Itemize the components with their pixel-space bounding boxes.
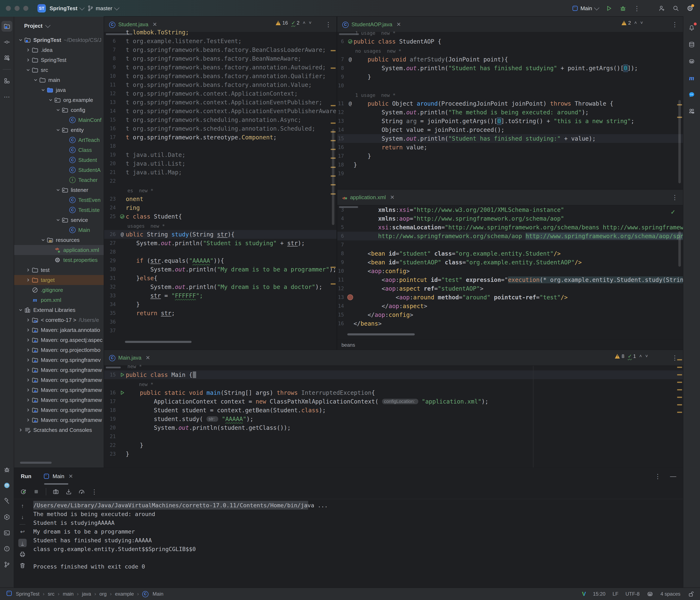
stop-button[interactable]: [33, 488, 40, 495]
error-stripe-mark[interactable]: [331, 267, 335, 268]
editor-pane-applicationxml[interactable]: </> application.xml ✕ ⋮ 3 xmlns:xsi="htt…: [337, 190, 683, 350]
structure-icon[interactable]: [1, 75, 12, 86]
error-stripe-mark[interactable]: [677, 397, 682, 398]
inspections-widget[interactable]: 2˄ ˅: [622, 20, 643, 26]
ai-assistant-status-icon[interactable]: [647, 591, 653, 597]
tree-item-springtest[interactable]: SpringTest~/Desktop/CS/J: [14, 35, 104, 45]
tree-item-externallibraries[interactable]: External Libraries: [14, 305, 104, 315]
breadcrumb-item[interactable]: main: [63, 591, 74, 597]
tree-item-.gitignore[interactable]: .gitignore: [14, 285, 104, 295]
usages-hint[interactable]: 1 usage new *: [337, 90, 683, 99]
close-button[interactable]: [6, 6, 11, 11]
usages-hint[interactable]: 1 usage new *: [337, 28, 683, 37]
bean-gutter-icon[interactable]: [347, 39, 353, 44]
breadcrumb-item[interactable]: example: [115, 591, 134, 597]
more-run-options-button[interactable]: ⋮: [634, 5, 640, 12]
close-icon[interactable]: ✕: [390, 194, 395, 201]
chevron-right-icon[interactable]: [25, 328, 31, 332]
prev-problem-button[interactable]: ˄: [639, 354, 642, 359]
console-output[interactable]: /Users/eve/Library/Java/JavaVirtualMachi…: [33, 501, 679, 571]
usages-hint[interactable]: new *: [104, 379, 683, 388]
tree-item-scratchesandconsoles[interactable]: Scratches and Consoles: [14, 425, 104, 435]
tree-item-teacher[interactable]: ITeacher: [14, 175, 104, 185]
lock-icon[interactable]: [688, 591, 694, 597]
tree-item-config[interactable]: config: [14, 105, 104, 115]
search-everywhere-button[interactable]: [673, 5, 679, 12]
tree-item-mavenorg.springframew[interactable]: Maven: org.springframew: [14, 365, 104, 375]
error-stripe-mark[interactable]: [677, 359, 682, 360]
at-gutter-icon[interactable]: @: [119, 232, 126, 237]
run-panel-options-button[interactable]: ⋮: [655, 473, 661, 480]
maven-icon[interactable]: m: [686, 72, 697, 83]
chevron-down-icon[interactable]: [32, 78, 39, 82]
tree-item-java[interactable]: java: [14, 85, 104, 95]
debug-button[interactable]: [620, 5, 626, 12]
at-gutter-icon[interactable]: @: [347, 56, 353, 62]
editor-vscrollbar[interactable]: [332, 129, 334, 225]
run-tab-main[interactable]: Main ✕: [43, 473, 73, 480]
tree-item-testliste[interactable]: CTestListe: [14, 205, 104, 215]
window-controls[interactable]: [6, 6, 28, 11]
project-hscrollbar[interactable]: [20, 462, 52, 464]
error-stripe-mark[interactable]: [331, 50, 335, 51]
tree-item-mavenorg.springframev[interactable]: Maven: org.springframev: [14, 355, 104, 365]
tree-item-src[interactable]: src: [14, 65, 104, 75]
chevron-down-icon[interactable]: [55, 108, 61, 112]
breadcrumb-item[interactable]: src: [48, 591, 54, 597]
tree-item-test[interactable]: test: [14, 265, 104, 275]
notifications-icon[interactable]: [686, 23, 697, 33]
tree-item-mavenorg.projectlombo[interactable]: Maven: org.projectlombo: [14, 345, 104, 355]
chevron-right-icon[interactable]: [25, 398, 31, 402]
terminal-icon[interactable]: [1, 528, 12, 538]
tree-item-main[interactable]: main: [14, 75, 104, 85]
line-separator[interactable]: LF: [612, 591, 618, 597]
file-encoding[interactable]: UTF-8: [625, 591, 640, 597]
prev-problem-button[interactable]: ˄: [303, 20, 305, 26]
tree-item-student[interactable]: CStudent: [14, 155, 104, 165]
chevron-right-icon[interactable]: [25, 48, 31, 52]
tree-item-corretto-17[interactable]: < corretto-17 >/Users/e: [14, 315, 104, 325]
soft-wrap-button[interactable]: ↩: [18, 528, 27, 536]
tree-item-mavenorg.springframew[interactable]: Maven: org.springframew: [14, 395, 104, 405]
xml-breadcrumb[interactable]: beans: [337, 340, 683, 350]
tab-student-java[interactable]: C Student.java ✕: [109, 21, 157, 28]
tree-item-mavenorg.springframew[interactable]: Maven: org.springframew: [14, 375, 104, 385]
chevron-right-icon[interactable]: [25, 358, 31, 362]
scroll-down-button[interactable]: ↓: [18, 513, 27, 521]
services-icon[interactable]: [1, 512, 12, 523]
error-stripe-mark[interactable]: [331, 68, 335, 69]
tree-item-.idea[interactable]: .idea: [14, 45, 104, 55]
tree-item-mavenorg.aspectjaspec[interactable]: Maven: org.aspectj:aspec: [14, 335, 104, 345]
chevron-right-icon[interactable]: [25, 388, 31, 392]
error-stripe-mark[interactable]: [331, 105, 335, 106]
scroll-up-button[interactable]: ↑: [18, 502, 27, 510]
run-config-selector[interactable]: Main: [572, 5, 598, 12]
tree-item-resources[interactable]: resources: [14, 235, 104, 245]
breadcrumb-item[interactable]: org: [99, 591, 107, 597]
code-with-me-icon[interactable]: [686, 106, 697, 117]
database-icon[interactable]: [686, 39, 697, 50]
version-control-icon[interactable]: [1, 559, 12, 570]
build-hammer-icon[interactable]: [1, 496, 12, 507]
error-stripe-mark[interactable]: [677, 412, 682, 413]
editor-pane-student[interactable]: C Student.java ✕ ⋮ t lombok.ToString; 6 …: [104, 17, 336, 350]
tree-item-mavenorg.springframew[interactable]: Maven: org.springframew: [14, 405, 104, 415]
chevron-right-icon[interactable]: [25, 338, 31, 342]
chevron-right-icon[interactable]: [25, 368, 31, 372]
breadcrumb-item[interactable]: Main: [153, 591, 164, 597]
error-stripe-mark[interactable]: [331, 283, 335, 285]
tree-item-main[interactable]: CMain: [14, 225, 104, 235]
close-icon[interactable]: ✕: [396, 21, 401, 28]
play-gutter-icon[interactable]: [119, 390, 126, 395]
chevron-right-icon[interactable]: [25, 268, 31, 272]
at-gutter-icon[interactable]: @: [347, 101, 353, 106]
tree-item-mainconf[interactable]: CMainConf: [14, 115, 104, 125]
chevron-down-icon[interactable]: [18, 308, 24, 312]
next-problem-button[interactable]: ˅: [640, 20, 643, 26]
profiler-button[interactable]: [78, 488, 85, 495]
close-icon[interactable]: ✕: [153, 21, 157, 28]
chevron-down-icon[interactable]: [18, 38, 24, 42]
tree-item-class[interactable]: CClass: [14, 145, 104, 155]
editor-options-button[interactable]: ⋮: [672, 194, 678, 201]
hide-panel-button[interactable]: —: [670, 473, 676, 480]
